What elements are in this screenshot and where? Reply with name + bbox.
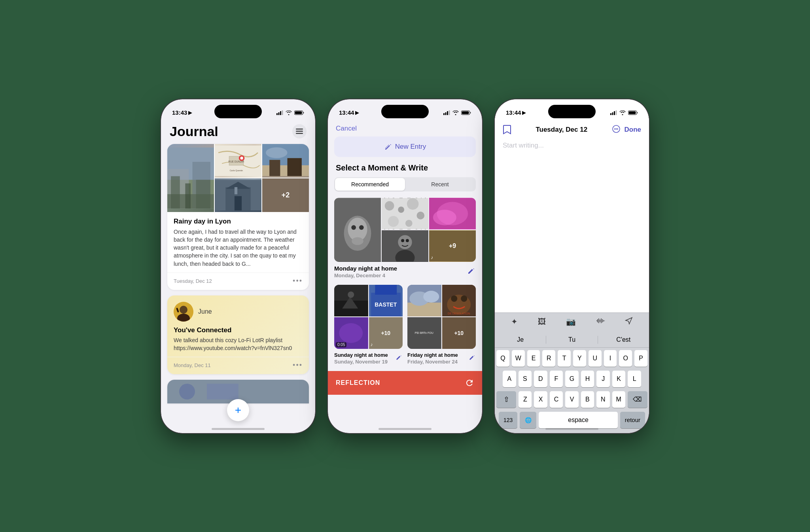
svg-rect-7 [296, 131, 303, 132]
status-time-1: 13:43 ▶ [172, 109, 192, 116]
dynamic-island-1 [214, 105, 262, 118]
send-icon[interactable] [625, 317, 633, 327]
connected-card[interactable]: June You've Connected We talked about th… [167, 295, 309, 374]
svg-rect-26 [288, 158, 302, 176]
key-v[interactable]: V [565, 391, 578, 408]
menu-button[interactable] [292, 124, 307, 138]
key-s[interactable]: S [519, 371, 532, 387]
connected-text: We talked about this cozy Lo-Fi LotR pla… [174, 337, 303, 352]
key-j[interactable]: J [596, 371, 610, 387]
music-note-2: ♪ [371, 342, 373, 347]
location-icon-1: ▶ [188, 110, 192, 115]
moment-edit-icon-2[interactable] [396, 354, 403, 363]
key-p[interactable]: P [634, 350, 647, 367]
key-a[interactable]: A [503, 371, 516, 387]
key-f[interactable]: F [550, 371, 563, 387]
moment-img-clouds [407, 285, 441, 316]
svg-rect-1 [278, 112, 280, 115]
status-time-2: 13:44 ▶ [339, 109, 359, 116]
key-w[interactable]: W [512, 350, 525, 367]
svg-point-64 [398, 235, 412, 249]
new-entry-button[interactable]: New Entry [334, 136, 476, 157]
cancel-button[interactable]: Cancel [336, 125, 357, 133]
pink-svg [429, 198, 476, 229]
entry-write-area[interactable]: Start writing... [495, 135, 649, 156]
shift-key[interactable]: ⇧ [496, 391, 516, 408]
camera-icon[interactable]: 📷 [566, 317, 576, 326]
moment-title-1: Monday night at home [334, 265, 397, 272]
svg-text:Carle Quentin: Carle Quentin [230, 169, 243, 172]
key-t[interactable]: T [558, 350, 571, 367]
moment-edit-icon-3[interactable] [469, 354, 476, 363]
entry-content-1: Rainy day in Lyon Once again, I had to t… [167, 212, 309, 273]
entry-text-1: Once again, I had to travel all the way … [174, 228, 303, 268]
battery-icon-3 [628, 110, 638, 115]
video-badge: 0:05 [336, 342, 346, 347]
key-g[interactable]: G [565, 371, 579, 387]
key-m[interactable]: M [612, 391, 625, 408]
moment-label-3: Friday night at home Friday, November 24 [407, 352, 476, 365]
svg-rect-32 [235, 187, 237, 194]
svg-point-87 [451, 295, 457, 302]
moment-title-3: Friday night at home [407, 352, 458, 358]
key-e[interactable]: E [527, 350, 540, 367]
svg-point-104 [617, 128, 618, 129]
return-key[interactable]: retour [620, 412, 645, 428]
sky-svg [262, 144, 309, 178]
tab-recent[interactable]: Recent [405, 178, 475, 191]
key-q[interactable]: Q [496, 350, 509, 367]
moment-img-pattern [382, 198, 428, 229]
moment-date-3: Friday, November 24 [407, 359, 458, 365]
location-icon-3: ▶ [522, 110, 526, 115]
num-key[interactable]: 123 [499, 412, 517, 428]
entry-options-button[interactable] [612, 125, 621, 135]
key-r[interactable]: R [542, 350, 555, 367]
keyboard-row-1: Q W E R T Y U I O P [496, 350, 647, 367]
phone-1: 13:43 ▶ Journal [161, 99, 315, 433]
tab-recommended[interactable]: Recommended [335, 178, 405, 191]
magic-wand-icon[interactable]: ✦ [511, 317, 518, 326]
bookmark-icon[interactable] [503, 125, 511, 135]
key-i[interactable]: I [604, 350, 617, 367]
key-u[interactable]: U [589, 350, 602, 367]
journal-header: Journal [161, 121, 315, 144]
key-l[interactable]: L [628, 371, 641, 387]
key-c[interactable]: C [550, 391, 563, 408]
autocomplete-word-1[interactable]: Je [495, 335, 546, 345]
concert-svg [334, 285, 368, 316]
photo-icon[interactable]: 🖼 [538, 317, 546, 326]
entry-date-1: Tuesday, Dec 12 [174, 278, 212, 284]
reflection-banner[interactable]: REFLECTION [328, 371, 482, 395]
autocomplete-word-2[interactable]: Tu [546, 335, 597, 345]
moment-label-1: Monday night at home Monday, December 4 [334, 265, 476, 278]
svg-point-66 [401, 239, 404, 242]
moment-img-person [382, 230, 428, 262]
svg-rect-43 [449, 110, 450, 115]
dynamic-island-3 [548, 105, 596, 118]
key-y[interactable]: Y [573, 350, 586, 367]
key-b[interactable]: B [581, 391, 594, 408]
entry-more-1[interactable]: ••• [293, 277, 303, 285]
done-button[interactable]: Done [625, 126, 642, 134]
delete-key[interactable]: ⌫ [628, 391, 647, 408]
key-h[interactable]: H [581, 371, 594, 387]
autocomplete-bar: Je Tu C'est [495, 331, 649, 348]
autocomplete-word-3[interactable]: C'est [598, 335, 649, 345]
moment-img-pink [429, 198, 476, 229]
moment-edit-icon-1[interactable] [467, 266, 476, 277]
key-o[interactable]: O [619, 350, 632, 367]
street-svg [167, 144, 214, 212]
key-n[interactable]: N [596, 391, 609, 408]
globe-key[interactable]: 🌐 [520, 412, 536, 428]
connected-more[interactable]: ••• [293, 361, 303, 369]
entry-card-1[interactable]: RUE DUNDIR Carle Quentin [167, 144, 309, 290]
key-k[interactable]: K [612, 371, 626, 387]
add-button[interactable]: + [227, 399, 249, 421]
waveform-icon[interactable] [596, 317, 605, 326]
wifi-icon-1 [286, 110, 292, 115]
key-z[interactable]: Z [519, 391, 532, 408]
svg-point-54 [385, 201, 394, 210]
key-d[interactable]: D [534, 371, 547, 387]
key-x[interactable]: X [534, 391, 547, 408]
space-key[interactable]: espace [539, 412, 617, 428]
